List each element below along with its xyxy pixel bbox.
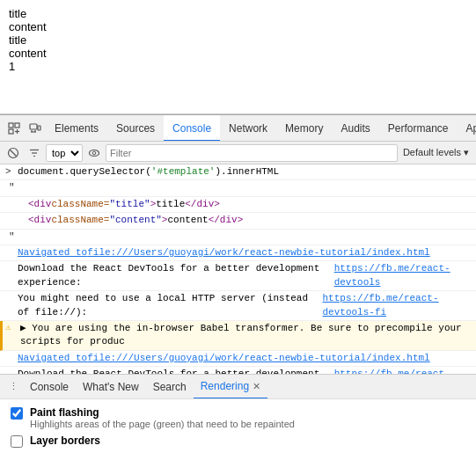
page-line-1: title: [9, 7, 467, 20]
devtools-panel: Elements Sources Console Network Memory …: [0, 114, 476, 460]
console-quote-close: [0, 230, 476, 245]
eye-icon[interactable]: [84, 143, 104, 163]
bottom-more-icon[interactable]: ⋮: [4, 377, 23, 397]
page-content: title content title content 1: [0, 0, 476, 114]
context-selector[interactable]: top: [46, 144, 83, 162]
svg-point-15: [90, 150, 99, 156]
console-html-line-2: <div className="content">content</div>: [0, 213, 476, 229]
paint-flashing-option: Paint flashing Highlights areas of the p…: [11, 406, 465, 429]
svg-rect-5: [30, 124, 37, 129]
page-line-2: content: [9, 20, 467, 33]
clear-console-icon[interactable]: [4, 143, 23, 163]
svg-rect-6: [38, 126, 40, 130]
paint-flashing-checkbox[interactable]: [11, 407, 23, 420]
rendering-close-icon[interactable]: ✕: [253, 374, 260, 398]
page-line-4: content: [9, 47, 467, 60]
bottom-tabs-bar: ⋮ Console What's New Search Rendering ✕: [0, 374, 476, 398]
page-line-5: 1: [9, 60, 467, 73]
page-line-3: title: [9, 33, 467, 47]
layer-borders-option: Layer borders: [11, 434, 465, 448]
tab-sources[interactable]: Sources: [107, 115, 164, 142]
console-output: document.querySelector('#template').inne…: [0, 164, 476, 374]
tab-audits[interactable]: Audits: [332, 115, 378, 142]
bottom-tab-console[interactable]: Console: [23, 375, 76, 399]
console-command-line: document.querySelector('#template').inne…: [0, 164, 476, 180]
device-toolbar-icon[interactable]: [25, 118, 46, 139]
tab-network[interactable]: Network: [220, 115, 276, 142]
tab-memory[interactable]: Memory: [276, 115, 332, 142]
tab-console[interactable]: Console: [164, 115, 220, 142]
paint-flashing-desc: Highlights areas of the page (green) tha…: [30, 419, 295, 429]
console-nav-2: Navigated to file:///Users/guoyagi/work/…: [0, 351, 476, 367]
paint-flashing-label: Paint flashing: [30, 406, 295, 419]
tab-application[interactable]: Application: [458, 115, 476, 142]
tab-performance[interactable]: Performance: [379, 115, 458, 142]
svg-rect-0: [9, 123, 13, 128]
tab-elements[interactable]: Elements: [46, 115, 107, 142]
svg-rect-2: [9, 129, 13, 134]
console-info-2: Download the React DevTools for a better…: [0, 367, 476, 374]
console-quote-open: [0, 180, 476, 196]
console-info-1: Download the React DevTools for a better…: [0, 261, 476, 291]
inspect-element-icon[interactable]: [4, 118, 25, 139]
bottom-tab-search[interactable]: Search: [146, 375, 194, 399]
console-html-line-1: <div className="title">title</div>: [0, 197, 476, 213]
layer-borders-checkbox[interactable]: [11, 435, 23, 448]
filter-icon[interactable]: [25, 143, 44, 163]
bottom-tab-whats-new[interactable]: What's New: [76, 375, 146, 399]
console-info-cont-1: You might need to use a local HTTP serve…: [0, 291, 476, 321]
console-nav-1: Navigated to file:///Users/guoyagi/work/…: [0, 245, 476, 261]
devtools-tabs-bar: Elements Sources Console Network Memory …: [0, 115, 476, 142]
svg-point-16: [92, 151, 96, 155]
console-toolbar: top Default levels ▾: [0, 142, 476, 164]
svg-line-11: [11, 150, 17, 156]
default-levels-dropdown[interactable]: Default levels ▾: [399, 147, 472, 158]
bottom-tab-rendering[interactable]: Rendering ✕: [194, 375, 267, 399]
svg-rect-1: [15, 123, 19, 128]
filter-input[interactable]: [106, 144, 398, 162]
console-warn-1: ▶ You are using the in-browser Babel tra…: [0, 321, 476, 351]
layer-borders-label: Layer borders: [30, 434, 100, 447]
rendering-panel: Paint flashing Highlights areas of the p…: [0, 398, 476, 460]
